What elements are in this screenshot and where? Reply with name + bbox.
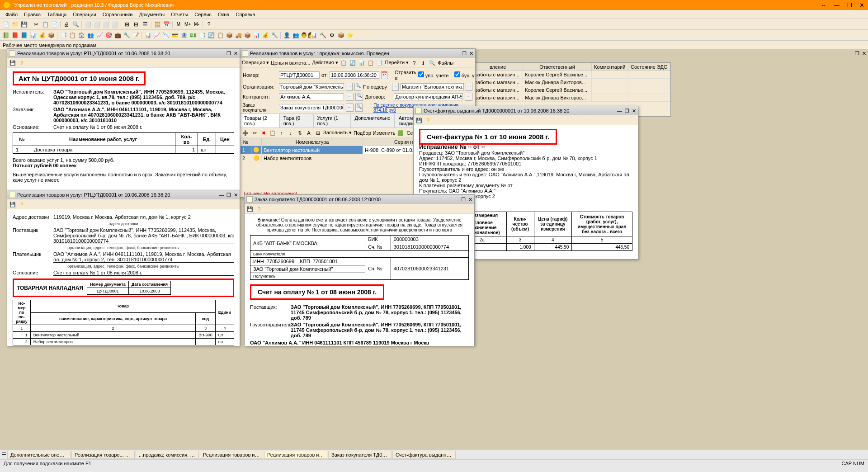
menu-edit[interactable]: Правка xyxy=(21,11,43,18)
cell[interactable]: работы с магазин... xyxy=(473,71,523,79)
win-close[interactable]: ✕ xyxy=(469,51,473,56)
save-icon[interactable]: 💾 xyxy=(20,20,28,28)
doc-icon[interactable]: 🏠 xyxy=(77,31,85,39)
doc-icon[interactable]: 📋 xyxy=(68,31,76,39)
a-icon[interactable]: А xyxy=(305,129,312,137)
doc-icon[interactable]: 💰 xyxy=(261,31,269,39)
tb-icon[interactable]: ⬜ xyxy=(84,20,92,28)
menu-catalogs[interactable]: Справочники xyxy=(100,11,136,18)
copy-icon[interactable]: 📋 xyxy=(269,129,276,137)
save-icon[interactable]: 💾 xyxy=(9,59,16,66)
doc-icon[interactable]: 🔄 xyxy=(207,31,215,39)
help-icon[interactable]: ? xyxy=(205,20,213,28)
doc-icon[interactable]: 🔧 xyxy=(123,31,131,39)
close-button[interactable]: ✕ xyxy=(859,2,864,9)
save-icon[interactable]: 💾 xyxy=(415,117,423,124)
cb-bukh[interactable] xyxy=(454,71,460,77)
save-icon[interactable]: 💾 xyxy=(9,201,16,208)
doc-icon[interactable]: 📘 xyxy=(20,31,28,39)
action-icon[interactable]: 📋 xyxy=(340,59,347,66)
doc-icon[interactable]: 📑 xyxy=(198,31,206,39)
doc-icon[interactable]: 📈 xyxy=(95,31,104,39)
cell[interactable]: 2 xyxy=(241,154,251,162)
cell[interactable]: работы с магазин... xyxy=(473,79,523,86)
win-min[interactable]: — xyxy=(617,108,622,113)
sort-icon[interactable]: ⇅ xyxy=(296,129,303,137)
doc-icon[interactable]: 💰 xyxy=(38,31,46,39)
tb-icon[interactable]: ⬜ xyxy=(93,20,101,28)
cut-icon[interactable]: ✂ xyxy=(32,20,40,28)
cell[interactable]: работы с магазин... xyxy=(473,94,523,102)
window-titlebar[interactable]: Реализация товаров и услуг РТЦУТД00001 о… xyxy=(7,190,240,199)
star-icon[interactable]: ⭐ xyxy=(346,31,354,39)
taskbar-tab[interactable]: Дополнительные внешн.... xyxy=(7,451,71,459)
cb-upr[interactable] xyxy=(418,71,424,77)
doc-icon[interactable]: 💳 xyxy=(171,31,179,39)
taskbar-tab[interactable]: ...продажа; комиссия. Про... xyxy=(136,451,199,459)
doc-icon[interactable]: 📊 xyxy=(29,31,37,39)
doc-icon[interactable]: 🚚 xyxy=(234,31,242,39)
action-icon[interactable]: 🔄 xyxy=(349,59,356,66)
search-button[interactable]: 🔍 xyxy=(355,93,363,101)
window-titlebar[interactable]: Реализация товаров и услуг : продажа; ко… xyxy=(240,49,475,58)
win-close[interactable]: ✕ xyxy=(234,51,238,56)
win-min[interactable]: — xyxy=(219,51,224,56)
m-minus-icon[interactable]: M- xyxy=(193,20,201,28)
help-icon[interactable]: ? xyxy=(18,59,25,66)
action-icon[interactable]: 📊 xyxy=(358,59,365,66)
tab-tara[interactable]: Тара (0 поз.) xyxy=(279,113,313,127)
paste-icon[interactable]: 📄 xyxy=(50,20,58,28)
cube-icon[interactable]: 📦 xyxy=(337,31,345,39)
taskbar-tab[interactable]: Заказ покупателя ТД00...:00 xyxy=(328,451,392,459)
order-input[interactable] xyxy=(401,83,464,90)
help-icon[interactable]: ? xyxy=(255,205,263,212)
delete-icon[interactable]: ✖ xyxy=(260,129,267,137)
tb-icon[interactable]: ⬜ xyxy=(102,20,110,28)
doc-icon[interactable]: 📊 xyxy=(144,31,152,39)
window-titlebar[interactable]: Реализация товаров и услуг РТЦУТД00001 о… xyxy=(7,49,240,58)
action-icon[interactable]: 📋 xyxy=(367,59,374,66)
menu-file[interactable]: Файл xyxy=(3,11,20,18)
win-close[interactable]: ✕ xyxy=(468,197,472,202)
kontr-input[interactable] xyxy=(279,93,344,100)
doc-icon[interactable]: 🏦 xyxy=(180,31,188,39)
doc-icon[interactable]: 📦 xyxy=(47,31,55,39)
win-close[interactable]: ✕ xyxy=(234,192,238,198)
doc-icon[interactable]: 💼 xyxy=(113,31,122,39)
win-max[interactable]: ❐ xyxy=(461,197,466,202)
win-close[interactable]: ✕ xyxy=(632,108,636,113)
dog-input[interactable] xyxy=(394,93,462,100)
menu-documents[interactable]: Документы xyxy=(136,11,167,18)
tb-icon[interactable]: ⬜ xyxy=(111,20,119,28)
menu-reports[interactable]: Отчеты xyxy=(168,11,191,18)
doc-icon[interactable]: 👥 xyxy=(86,31,94,39)
sync-icon[interactable]: ↔ xyxy=(821,2,826,9)
files-button[interactable]: Файлы xyxy=(438,60,453,66)
win-max[interactable]: ❐ xyxy=(226,192,231,198)
settings-icon[interactable]: ⚙ xyxy=(328,31,336,39)
window-titlebar[interactable]: Счет-фактура выданный ТД0000000001 от 10… xyxy=(414,106,638,115)
ws-minimize-button[interactable]: — xyxy=(847,51,852,57)
cell[interactable]: Набор вентиляторов xyxy=(262,154,363,162)
menu-help[interactable]: Справка xyxy=(233,11,258,18)
select-button[interactable]: … xyxy=(346,83,353,91)
icon[interactable]: Се xyxy=(406,129,413,137)
report-icon[interactable]: 📊 xyxy=(310,31,318,39)
cell-icon[interactable]: 🟡 xyxy=(251,154,262,162)
select-button[interactable]: … xyxy=(466,83,472,91)
cell[interactable]: Королев Сергей Василье... xyxy=(523,86,591,94)
print-icon[interactable]: 🖨 xyxy=(62,20,71,28)
cell[interactable]: 1 xyxy=(241,146,251,154)
add-icon[interactable]: ➕ xyxy=(242,129,249,137)
taskbar-tab[interactable]: Реализация товаров и у...:20 xyxy=(200,451,263,459)
new-icon[interactable]: 📄 xyxy=(2,20,10,28)
doc-icon[interactable]: 📈 xyxy=(153,31,161,39)
doc-icon[interactable]: 📉 xyxy=(162,31,170,39)
tb-icon[interactable]: ⊞ xyxy=(123,20,131,28)
doc-icon[interactable]: 🎯 xyxy=(104,31,113,39)
doc-icon[interactable]: 📋 xyxy=(216,31,224,39)
search-button[interactable]: 🔍 xyxy=(355,104,363,112)
doc-icon[interactable]: 📕 xyxy=(11,31,19,39)
doc-icon[interactable]: 📦 xyxy=(243,31,251,39)
info-icon[interactable]: ℹ xyxy=(420,59,427,66)
